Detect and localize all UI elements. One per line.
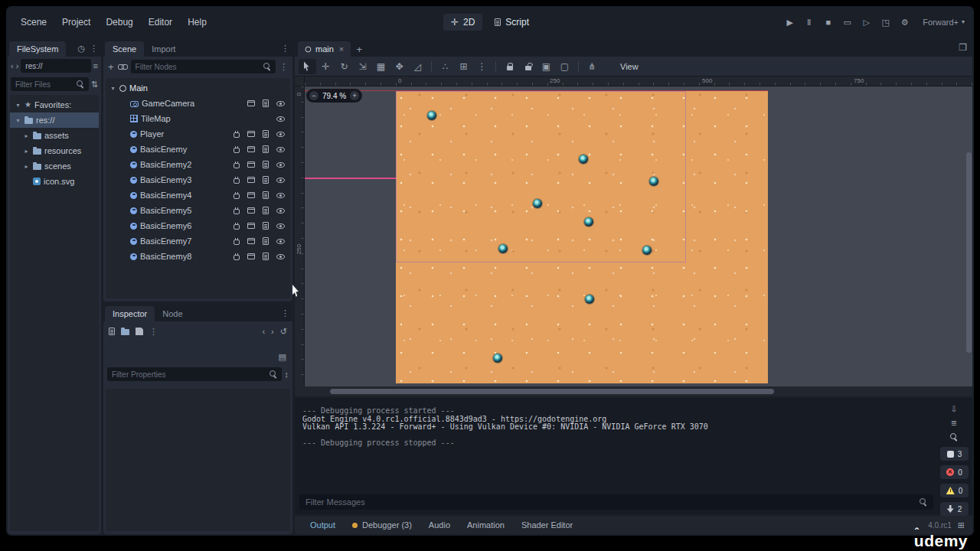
scene-tree-menu-icon[interactable]: ⋮ [279,63,288,71]
script-button[interactable] [261,144,270,155]
copy-output-button[interactable]: ≣ [947,418,961,429]
output-badge-info[interactable]: 2 [940,502,969,516]
new-resource-button[interactable] [109,328,115,335]
plug-button[interactable] [232,129,241,139]
unlock-selected-button[interactable] [519,59,537,74]
menu-help[interactable]: Help [181,14,214,31]
dock-menu-icon[interactable]: ⋮ [281,309,289,318]
eye-button[interactable] [276,251,285,262]
output-badge-warning[interactable]: 0 [940,484,969,497]
ungroup-selected-button[interactable]: ▢ [556,59,573,74]
snap-options-button[interactable]: ⋮ [473,59,491,74]
renderer-dropdown[interactable]: Forward+ ▾ [923,18,965,27]
output-badge-message[interactable]: 3 [940,447,969,461]
horizontal-scrollbar[interactable] [330,389,774,394]
filter-messages-input[interactable]: Filter Messages [299,494,933,510]
scene-node-basicenemy2[interactable]: BasicEnemy2 [106,157,290,172]
view-menu-button[interactable]: View [613,60,645,73]
sort-files-icon[interactable]: ⇅ [91,80,98,89]
scale-tool-button[interactable]: ⇲ [354,59,371,74]
rotate-tool-button[interactable]: ↻ [335,59,353,74]
play-custom-scene-button[interactable]: ◳ [877,15,894,30]
scene-node-tilemap[interactable]: TileMap [106,111,290,126]
measure-tool-button[interactable]: ◿ [409,59,426,74]
scene-node-basicenemy7[interactable]: BasicEnemy7 [106,233,290,249]
script-button[interactable] [261,174,270,185]
scene-node-main[interactable]: ▾Main [106,80,290,96]
script-button[interactable] [261,190,270,201]
expand-caret[interactable]: ▾ [109,85,116,92]
scene-node-player[interactable]: Player [106,126,290,142]
tab-node[interactable]: Node [155,306,190,321]
zoom-level[interactable]: 79.4 % [322,92,346,100]
lock-selected-button[interactable] [501,59,518,74]
plug-button[interactable] [232,174,241,185]
expand-all-icon[interactable]: ↕ [285,370,289,379]
eye-button[interactable] [276,220,285,231]
menu-project[interactable]: Project [55,14,97,31]
bottom-tab-output[interactable]: Output [302,518,343,532]
nav-forward-button[interactable]: › [16,62,19,70]
plug-button[interactable] [232,190,241,201]
film-button[interactable] [247,220,256,231]
scene-node-basicenemy6[interactable]: BasicEnemy6 [106,218,290,233]
film-button[interactable] [247,129,256,139]
filesystem-item-assets[interactable]: ▸assets [10,128,99,143]
history-forward-button[interactable]: › [271,328,274,336]
filter-files-input[interactable]: Filter Files [11,77,89,91]
bottom-tab-debugger-3[interactable]: Debugger (3) [345,518,420,532]
plug-button[interactable] [232,144,241,155]
tab-filesystem[interactable]: FileSystem [9,41,66,57]
resource-options-button[interactable]: ⋮ [149,328,158,336]
history-back-button[interactable]: ‹ [262,328,265,336]
dock-menu-icon[interactable]: ⋮ [90,44,98,53]
plug-button[interactable] [232,251,241,262]
script-button[interactable] [261,220,270,231]
2d-canvas[interactable]: − 79.4 % + [305,86,972,386]
film-button[interactable] [247,205,256,216]
movie-maker-button[interactable]: ▭ [838,15,856,30]
expand-window-icon[interactable]: ❐ [959,43,967,52]
scene-node-basicenemy4[interactable]: BasicEnemy4 [106,187,290,203]
film-button[interactable] [247,190,256,201]
tab-scene[interactable]: Scene [105,41,144,57]
grid-snap-toggle-button[interactable]: ⊞ [455,59,472,74]
close-tab-icon[interactable]: × [339,45,344,54]
play-scene-button[interactable]: ▷ [858,15,875,30]
film-button[interactable] [247,98,256,109]
filesystem-item-res[interactable]: ▾res:// [10,112,99,128]
plug-button[interactable] [232,220,241,231]
script-button[interactable] [261,129,270,139]
eye-button[interactable] [276,98,285,109]
eye-button[interactable] [276,236,285,246]
expand-caret[interactable]: ▾ [15,102,21,109]
eye-button[interactable] [276,144,285,155]
play-button[interactable]: ▶ [781,15,799,30]
script-button[interactable] [261,251,270,262]
bottom-tab-animation[interactable]: Animation [459,518,512,532]
tab-inspector[interactable]: Inspector [105,306,155,321]
filesystem-item-icon-svg[interactable]: icon.svg [10,174,99,189]
menu-scene[interactable]: Scene [14,14,54,31]
scene-node-basicenemy[interactable]: BasicEnemy [106,142,290,157]
scene-tab-main[interactable]: main × [298,41,351,57]
filter-nodes-input[interactable]: Filter Nodes [131,60,276,73]
current-path-field[interactable]: res:// [21,59,90,73]
scene-node-gamecamera[interactable]: GameCamera [106,96,290,111]
pan-tool-button[interactable]: ✥ [390,59,408,74]
search-output-button[interactable] [947,432,961,442]
renderer-settings-button[interactable]: ⚙ [896,15,913,30]
script-button[interactable] [261,159,270,170]
filesystem-item-scenes[interactable]: ▸scenes [10,158,99,174]
menu-editor[interactable]: Editor [142,14,179,31]
eye-button[interactable] [276,129,285,139]
film-button[interactable] [247,251,256,262]
load-resource-button[interactable] [121,328,129,335]
film-button[interactable] [247,174,256,185]
add-scene-tab-button[interactable]: + [351,41,368,57]
list-select-tool-button[interactable]: ▦ [372,59,390,74]
plug-button[interactable] [232,205,241,216]
script-button[interactable] [261,98,270,109]
menu-debug[interactable]: Debug [99,14,139,31]
object-docs-icon[interactable]: ▤ [279,353,286,361]
